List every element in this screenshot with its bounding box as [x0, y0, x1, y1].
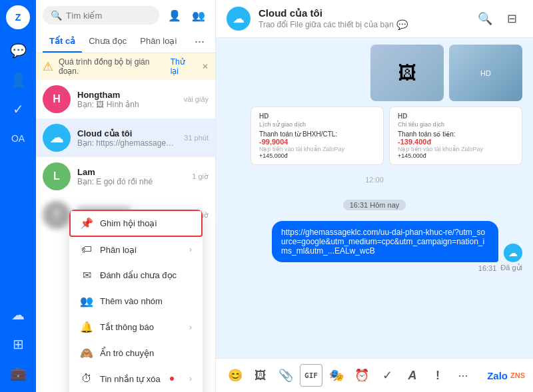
- menu-unread-label: Đánh dấu chưa đọc: [100, 270, 177, 280]
- more-tool[interactable]: ···: [452, 364, 474, 387]
- chat-name-hongtham: Hongtham: [77, 90, 177, 100]
- message-time: 16:31: [478, 264, 497, 272]
- comment-icon: 💬: [396, 19, 408, 30]
- sync-close-button[interactable]: ✕: [202, 62, 209, 71]
- menu-item-addgroup[interactable]: 👥 Thêm vào nhóm: [69, 288, 203, 314]
- menu-item-hide[interactable]: 🙈 Ẩn trò chuyện: [69, 340, 203, 366]
- chat-item-cloud[interactable]: ☁ Cloud của tôi Bạn: https://ghemassagek…: [36, 118, 215, 157]
- classify-icon: 🏷: [80, 244, 93, 256]
- search-box[interactable]: 🔍: [43, 6, 159, 25]
- menu-item-mute[interactable]: 🔔 Tắt thông báo ›: [69, 314, 203, 340]
- chat-header-subtitle: Trao đổi File giữa các thiết bị của bạn: [259, 20, 394, 29]
- user-avatar[interactable]: Z: [6, 5, 30, 29]
- chat-meta-lam: 1 giờ: [192, 172, 209, 181]
- avatar-cloud: ☁: [43, 124, 71, 152]
- chat-header-name: Cloud của tôi: [259, 7, 466, 19]
- chat-list-header: 🔍 👤 👥: [36, 0, 215, 31]
- chat-header-avatar: ☁: [227, 7, 251, 31]
- sticker-tool[interactable]: 🎭: [325, 364, 348, 387]
- sidebar-toggle-button[interactable]: ⊟: [501, 8, 522, 29]
- icon-sidebar: Z 💬 👤 ✓ OA ☁ ⊞ 💼: [0, 0, 36, 392]
- time-label-1: 12:00: [365, 176, 384, 184]
- zalo-text: Zalo: [487, 370, 508, 381]
- menu-item-unread[interactable]: ✉ Đánh dấu chưa đọc: [69, 262, 203, 288]
- zalo-logo: Zalo ZNS: [487, 370, 525, 381]
- grid-icon[interactable]: ⊞: [5, 331, 31, 357]
- image-thumb-1[interactable]: 🖼: [370, 45, 444, 101]
- file-tool[interactable]: 📎: [274, 364, 297, 387]
- doc-card-1: HD Lịch sử giao dịch Thanh toán từ BHXH/…: [251, 106, 384, 165]
- chat-preview-hongtham: Bạn: 🖼 Hình ảnh: [77, 100, 177, 109]
- message-status: Đã gửi: [500, 264, 522, 272]
- chat-list-panel: 🔍 👤 👥 Tất cả Chưa đọc Phân loại ··· ⚠ Qu…: [36, 0, 216, 392]
- add-group-icon[interactable]: 👥: [189, 5, 209, 25]
- context-menu: 📌 Ghim hội thoại 🏷 Phân loại › ✉ Đánh dấ…: [69, 210, 203, 392]
- chat-preview-cloud: Bạn: https://ghemassageklc.com/...: [77, 138, 177, 148]
- image-tool[interactable]: 🖼: [249, 364, 272, 387]
- emoji-tool[interactable]: 😊: [224, 364, 247, 387]
- oa-icon[interactable]: OA: [5, 125, 31, 152]
- chat-item-lam[interactable]: L Lam Bạn: E gọi đó rồi nhé 1 giờ: [36, 157, 215, 196]
- search-input[interactable]: [66, 11, 151, 21]
- message-wrap-link: https://ghemassageklc.com/uu-dai-phan-kh…: [227, 221, 522, 272]
- add-friend-icon[interactable]: 👤: [165, 5, 185, 25]
- chat-item-hongtham[interactable]: H Hongtham Bạn: 🖼 Hình ảnh vài giây: [36, 80, 215, 118]
- chat-info-hongtham: Hongtham Bạn: 🖼 Hình ảnh: [77, 90, 177, 109]
- search-icon: 🔍: [51, 10, 62, 21]
- addgroup-icon: 👥: [80, 295, 93, 307]
- image-thumb-2[interactable]: HD: [449, 45, 522, 101]
- menu-mute-label: Tắt thông báo: [100, 322, 154, 332]
- date-badge-wrap: 16:31 Hôm nay: [227, 200, 522, 210]
- chat-tabs: Tất cả Chưa đọc Phân loại ···: [36, 31, 215, 53]
- cloud-icon[interactable]: ☁: [5, 301, 31, 328]
- gif-tool[interactable]: GIF: [300, 364, 322, 387]
- exclaim-tool[interactable]: !: [426, 364, 449, 387]
- text-format-tool[interactable]: A: [401, 364, 424, 387]
- menu-item-autodelete[interactable]: ⏱ Tin nhắn tự xóa ›: [69, 366, 203, 391]
- chat-time-hongtham: vài giây: [184, 95, 209, 103]
- tab-categories[interactable]: Phân loại: [133, 31, 183, 53]
- warning-icon: ⚠: [43, 59, 53, 74]
- chat-items-list: H Hongtham Bạn: 🖼 Hình ảnh vài giây ☁ Cl…: [36, 80, 215, 392]
- header-icons: 👤 👥: [165, 5, 209, 25]
- chat-header-sub: Trao đổi File giữa các thiết bị của bạn …: [259, 19, 466, 30]
- menu-autodelete-label: Tin nhắn tự xóa: [100, 374, 161, 384]
- avatar-lam: L: [43, 162, 71, 190]
- date-badge: 16:31 Hôm nay: [343, 200, 406, 210]
- chat-header: ☁ Cloud của tôi Trao đổi File giữa các t…: [216, 0, 533, 38]
- menu-item-pin[interactable]: 📌 Ghim hội thoại: [69, 210, 203, 237]
- link-message-bubble: https://ghemassageklc.com/uu-dai-phan-kh…: [272, 221, 498, 262]
- chat-info-lam: Lam Bạn: E gọi đó rồi nhé: [77, 167, 185, 186]
- mute-icon: 🔔: [80, 321, 93, 333]
- hide-icon: 🙈: [80, 347, 93, 359]
- check-tool[interactable]: ✓: [376, 364, 398, 387]
- autodelete-icon: ⏱: [80, 373, 93, 385]
- time-divider-1: 12:00: [227, 176, 522, 184]
- pin-icon: 📌: [80, 217, 93, 230]
- search-chat-button[interactable]: 🔍: [474, 8, 496, 29]
- message-time-status: 16:31 Đã gửi: [478, 264, 522, 272]
- menu-classify-label: Phân loại: [100, 245, 137, 255]
- main-chat: ☁ Cloud của tôi Trao đổi File giữa các t…: [216, 0, 533, 392]
- autodelete-arrow: ›: [189, 374, 192, 383]
- sync-retry-button[interactable]: Thử lại: [171, 57, 194, 76]
- tab-more-icon[interactable]: ···: [191, 32, 209, 51]
- chat-info-cloud: Cloud của tôi Bạn: https://ghemassageklc…: [77, 128, 177, 148]
- tab-all[interactable]: Tất cả: [43, 31, 82, 53]
- tasks-icon[interactable]: ✓: [5, 96, 31, 122]
- tab-unread[interactable]: Chưa đọc: [82, 31, 133, 53]
- doc-cards-group: HD Lịch sử giao dịch Thanh toán từ BHXH/…: [227, 106, 522, 165]
- chat-icon[interactable]: 💬: [5, 37, 31, 64]
- avatar-blurred: ?: [43, 201, 71, 229]
- menu-item-classify[interactable]: 🏷 Phân loại ›: [69, 237, 203, 262]
- clock-tool[interactable]: ⏰: [350, 364, 373, 387]
- message-row: https://ghemassageklc.com/uu-dai-phan-kh…: [272, 221, 522, 262]
- briefcase-icon[interactable]: 💼: [5, 360, 31, 387]
- chat-header-info: Cloud của tôi Trao đổi File giữa các thi…: [259, 7, 466, 30]
- chat-name-lam: Lam: [77, 167, 185, 177]
- contacts-icon[interactable]: 👤: [5, 67, 31, 93]
- classify-arrow: ›: [189, 245, 192, 254]
- chat-time-lam: 1 giờ: [192, 172, 209, 181]
- chat-meta-cloud: 31 phút: [184, 134, 209, 142]
- menu-hide-label: Ẩn trò chuyện: [100, 348, 154, 358]
